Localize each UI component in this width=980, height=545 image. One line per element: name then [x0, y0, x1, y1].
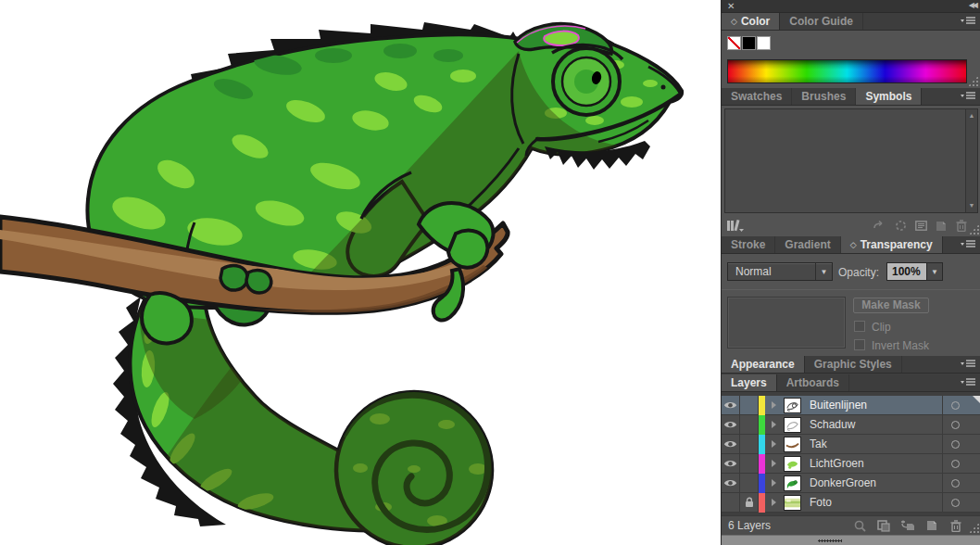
- artwork-chameleon[interactable]: [0, 0, 721, 545]
- layer-name[interactable]: Foto: [810, 496, 942, 509]
- lock-toggle[interactable]: [740, 474, 759, 493]
- expand-triangle-icon[interactable]: [772, 479, 776, 487]
- target-column: [942, 435, 968, 454]
- target-circle[interactable]: [951, 499, 960, 507]
- target-circle[interactable]: [951, 401, 960, 410]
- layer-row-donkergroen[interactable]: DonkerGroen: [722, 474, 980, 493]
- new-symbol-icon[interactable]: [931, 218, 951, 234]
- layer-name[interactable]: LichtGroen: [810, 457, 942, 470]
- expand-triangle-icon[interactable]: [772, 421, 776, 428]
- invert-mask-checkbox[interactable]: [854, 339, 865, 350]
- layer-thumbnail[interactable]: [784, 475, 801, 491]
- layer-name[interactable]: Buitenlijnen: [810, 399, 942, 412]
- panel-toggle-icon[interactable]: ◇: [731, 17, 737, 26]
- delete-layer-icon[interactable]: [946, 517, 966, 534]
- visibility-toggle[interactable]: [722, 493, 740, 513]
- expand-triangle-icon[interactable]: [772, 440, 776, 448]
- symbols-panel-body: ▲ ▼: [722, 106, 980, 236]
- expand-triangle-icon[interactable]: [772, 401, 776, 409]
- lock-toggle[interactable]: [740, 435, 759, 454]
- artboard-canvas[interactable]: [0, 0, 721, 545]
- target-circle[interactable]: [951, 479, 960, 488]
- target-circle[interactable]: [951, 460, 960, 468]
- tab-brushes[interactable]: Brushes: [792, 88, 856, 105]
- tab-gradient[interactable]: Gradient: [775, 236, 840, 253]
- scrollbar-up-icon[interactable]: ▲: [966, 110, 977, 121]
- target-column: [942, 454, 968, 474]
- panel-menu-icon[interactable]: [961, 88, 980, 105]
- break-link-icon[interactable]: [890, 218, 911, 234]
- expand-triangle-icon[interactable]: [772, 460, 776, 467]
- layer-thumbnail[interactable]: [784, 398, 801, 413]
- clipping-mask-icon[interactable]: [873, 517, 894, 534]
- visibility-toggle[interactable]: [722, 415, 740, 435]
- blend-mode-select[interactable]: Normal ▼: [727, 262, 833, 281]
- layer-row-buitenlijnen[interactable]: Buitenlijnen: [722, 396, 980, 415]
- layer-thumbnail[interactable]: [784, 456, 801, 472]
- panel-menu-icon[interactable]: [961, 13, 980, 30]
- scrollbar-down-icon[interactable]: ▼: [966, 200, 977, 211]
- delete-symbol-icon[interactable]: [951, 218, 972, 234]
- opacity-dropdown-icon[interactable]: ▼: [927, 262, 943, 281]
- layer-thumbnail[interactable]: [784, 495, 801, 511]
- swatch-none[interactable]: [727, 36, 741, 50]
- visibility-toggle[interactable]: [722, 396, 740, 415]
- tab-appearance[interactable]: Appearance: [722, 356, 805, 373]
- make-mask-button[interactable]: Make Mask: [853, 298, 929, 313]
- clip-label: Clip: [872, 321, 891, 334]
- rear-foot: [142, 293, 192, 343]
- layer-thumbnail[interactable]: [784, 417, 801, 433]
- lock-toggle[interactable]: [740, 493, 759, 513]
- panel-menu-icon[interactable]: [961, 236, 980, 253]
- symbol-options-icon[interactable]: [911, 218, 931, 234]
- new-sublayer-icon[interactable]: [898, 517, 918, 534]
- color-spectrum-bar[interactable]: [727, 59, 967, 83]
- panel-menu-icon[interactable]: [961, 374, 980, 391]
- lock-toggle[interactable]: [740, 415, 759, 435]
- panel-toggle-icon[interactable]: ◇: [850, 240, 857, 249]
- layer-row-lichtgroen[interactable]: LichtGroen: [722, 454, 980, 474]
- tab-graphic-styles[interactable]: Graphic Styles: [805, 356, 902, 373]
- layer-name[interactable]: DonkerGroen: [810, 476, 942, 489]
- collapse-dock-icon[interactable]: ◀◀: [969, 1, 976, 9]
- layer-color-strip: [759, 396, 765, 415]
- panel-menu-icon[interactable]: [961, 356, 980, 373]
- layer-row-foto[interactable]: Foto: [722, 493, 980, 513]
- lock-toggle[interactable]: [740, 454, 759, 474]
- tab-swatches[interactable]: Swatches: [722, 88, 792, 105]
- layer-thumbnail[interactable]: [784, 437, 801, 452]
- visibility-toggle[interactable]: [722, 474, 740, 493]
- swatch-white[interactable]: [757, 36, 771, 50]
- mask-thumbnail[interactable]: [727, 297, 846, 349]
- place-symbol-icon[interactable]: [870, 218, 890, 234]
- clip-checkbox[interactable]: [854, 321, 865, 332]
- layer-row-tak[interactable]: Tak: [722, 435, 980, 454]
- swatch-black[interactable]: [742, 36, 756, 50]
- layer-name[interactable]: Tak: [810, 437, 942, 450]
- close-icon[interactable]: ✕: [727, 1, 735, 11]
- tab-stroke[interactable]: Stroke: [722, 236, 775, 253]
- visibility-toggle[interactable]: [722, 454, 740, 474]
- resize-grip[interactable]: [968, 76, 978, 86]
- layer-name[interactable]: Schaduw: [810, 418, 942, 431]
- lock-toggle[interactable]: [740, 396, 759, 415]
- target-circle[interactable]: [951, 421, 960, 429]
- locate-object-icon[interactable]: [849, 517, 870, 534]
- layer-row-schaduw[interactable]: Schaduw: [722, 415, 980, 435]
- tab-layers[interactable]: Layers: [722, 374, 777, 391]
- layer-color-strip: [759, 493, 765, 513]
- scrollbar[interactable]: ▲ ▼: [965, 109, 977, 212]
- opacity-input[interactable]: 100%: [886, 262, 927, 281]
- drag-handle[interactable]: [818, 539, 842, 542]
- symbols-list-area[interactable]: ▲ ▼: [724, 108, 978, 213]
- tab-symbols[interactable]: Symbols: [856, 88, 922, 105]
- target-circle[interactable]: [951, 440, 960, 449]
- expand-triangle-icon[interactable]: [772, 499, 776, 506]
- tab-transparency[interactable]: ◇ Transparency: [841, 236, 943, 253]
- visibility-toggle[interactable]: [722, 435, 740, 454]
- tab-color[interactable]: ◇ Color: [722, 13, 780, 30]
- new-layer-icon[interactable]: [922, 517, 942, 534]
- symbol-libraries-icon[interactable]: [725, 218, 746, 234]
- tab-artboards[interactable]: Artboards: [777, 374, 849, 391]
- tab-color-guide[interactable]: Color Guide: [780, 13, 863, 30]
